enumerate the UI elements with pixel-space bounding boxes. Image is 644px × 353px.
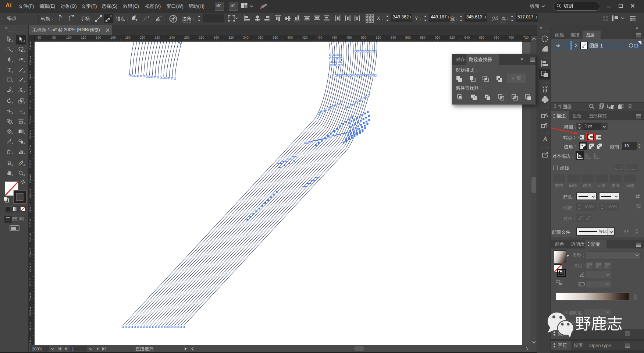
svg-text:0: 0 — [29, 342, 31, 345]
svg-text:640: 640 — [464, 36, 470, 39]
svg-text:160: 160 — [110, 36, 116, 39]
svg-text:460: 460 — [331, 36, 337, 39]
svg-text:180: 180 — [125, 36, 131, 39]
svg-text:480: 480 — [346, 36, 352, 39]
svg-text:0: 0 — [29, 136, 31, 140]
svg-text:0: 0 — [29, 151, 31, 154]
svg-text:420: 420 — [302, 36, 307, 39]
svg-text:220: 220 — [154, 36, 160, 39]
svg-text:0: 0 — [29, 92, 31, 95]
svg-text:680: 680 — [494, 36, 499, 39]
svg-text:380: 380 — [273, 36, 278, 39]
svg-text:0: 0 — [29, 106, 31, 110]
svg-text:580: 580 — [420, 36, 426, 39]
svg-text:0: 0 — [29, 209, 31, 213]
svg-text:720: 720 — [523, 36, 529, 39]
svg-text:540: 540 — [391, 36, 396, 39]
svg-text:520: 520 — [376, 36, 381, 39]
svg-text:0: 0 — [29, 77, 31, 80]
svg-text:0: 0 — [29, 313, 31, 317]
svg-text:400: 400 — [287, 36, 293, 39]
svg-text:0: 0 — [29, 195, 31, 198]
svg-text:620: 620 — [449, 36, 455, 39]
svg-text:A: A — [544, 112, 548, 118]
svg-text:T: T — [7, 67, 11, 73]
svg-text:0: 0 — [29, 180, 31, 184]
svg-text:0: 0 — [29, 224, 31, 228]
svg-text:0: 0 — [29, 298, 31, 302]
svg-text:660: 660 — [479, 36, 484, 39]
svg-text:320: 320 — [228, 36, 234, 39]
svg-text:¶: ¶ — [545, 122, 548, 128]
svg-text:0: 0 — [29, 47, 31, 51]
svg-text:600: 600 — [435, 36, 440, 39]
svg-text:120: 120 — [81, 36, 86, 39]
svg-text:340: 340 — [243, 36, 249, 39]
svg-text:200: 200 — [140, 36, 145, 39]
svg-text:0: 0 — [29, 328, 31, 331]
svg-text:100: 100 — [66, 36, 72, 39]
svg-text:300: 300 — [214, 36, 219, 39]
svg-text:560: 560 — [405, 36, 411, 39]
svg-text:0: 0 — [29, 254, 31, 258]
svg-text:260: 260 — [184, 36, 189, 39]
svg-text:0: 0 — [29, 165, 31, 169]
svg-text:280: 280 — [199, 36, 204, 39]
svg-text:140: 140 — [96, 36, 101, 39]
svg-text:0: 0 — [29, 62, 31, 66]
svg-text:240: 240 — [169, 36, 175, 39]
svg-text:440: 440 — [317, 36, 322, 39]
svg-text:0: 0 — [29, 269, 31, 272]
svg-text:0: 0 — [29, 283, 31, 287]
svg-text:0: 0 — [29, 239, 31, 243]
svg-text:A: A — [542, 135, 547, 143]
svg-text:360: 360 — [258, 36, 263, 39]
svg-text:500: 500 — [361, 36, 366, 39]
svg-text:0: 0 — [29, 121, 31, 125]
svg-text:700: 700 — [508, 36, 514, 39]
svg-text:60: 60 — [38, 36, 41, 39]
svg-text:80: 80 — [52, 36, 56, 39]
